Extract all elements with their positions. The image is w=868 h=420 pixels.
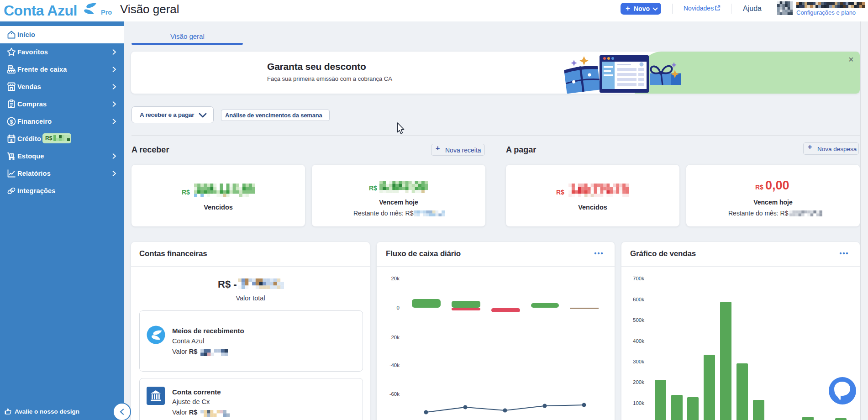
svg-text:Pro: Pro: [101, 9, 112, 16]
svg-text:$: $: [10, 119, 13, 125]
svg-text:$: $: [10, 138, 13, 143]
svg-text:Conta Azul: Conta Azul: [4, 3, 77, 19]
